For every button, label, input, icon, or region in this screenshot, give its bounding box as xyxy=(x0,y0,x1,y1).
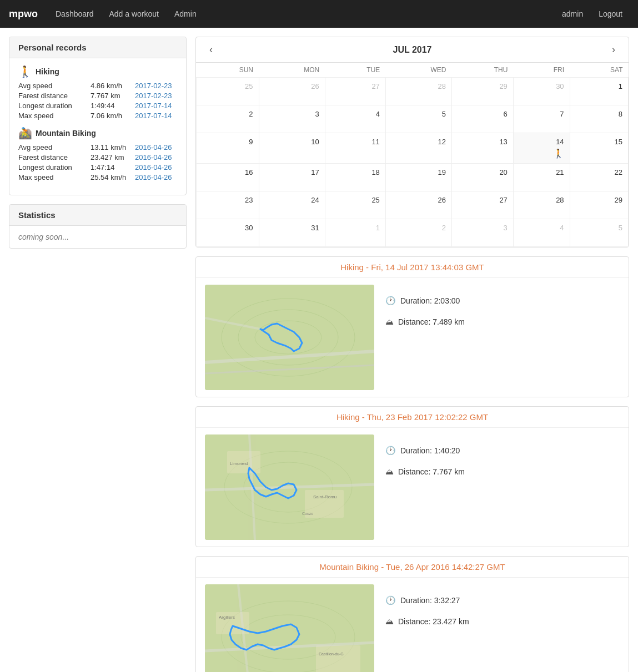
workout-3-stats: 🕐 Duration: 3:32:27 ⛰ Distance: 23.427 k… xyxy=(385,584,620,637)
calendar-next-button[interactable]: › xyxy=(607,42,620,58)
calendar-cell: 22 xyxy=(570,164,628,191)
biking-farest-dist-link[interactable]: 2016-04-26 xyxy=(135,153,172,161)
workout-2-header: Hiking - Thu, 23 Feb 2017 12:02:22 GMT xyxy=(196,407,629,428)
hiking-farest-dist-link[interactable]: 2017-02-23 xyxy=(135,92,172,100)
statistics-title: Statistics xyxy=(9,205,186,226)
cal-header-wed: WED xyxy=(385,63,451,78)
hiking-longest-dur-link[interactable]: 2017-07-14 xyxy=(135,102,172,110)
navbar: mpwo Dashboard Add a workout Admin admin… xyxy=(0,0,638,28)
calendar-cell: 21 xyxy=(513,164,570,191)
hiking-max-speed-link[interactable]: 2017-07-14 xyxy=(135,112,172,120)
calendar-cell: 23 xyxy=(197,191,259,219)
nav-admin[interactable]: Admin xyxy=(168,5,203,23)
navbar-brand[interactable]: mpwo xyxy=(9,8,38,20)
calendar-cell[interactable]: 14🚶 xyxy=(513,133,570,164)
svg-text:Castillon-du-G: Castillon-du-G xyxy=(319,652,344,656)
calendar-cell: 1 xyxy=(325,219,385,247)
biking-avg-speed: Avg speed 13.11 km/h 2016-04-26 xyxy=(18,143,177,151)
calendar-week-1: 2345678 xyxy=(197,105,629,133)
statistics-body: coming soon... xyxy=(9,226,186,248)
biking-section: 🚵 Mountain Biking Avg speed 13.11 km/h 2… xyxy=(18,127,177,181)
biking-longest-dur-link[interactable]: 2016-04-26 xyxy=(135,163,172,171)
calendar-cell: 25 xyxy=(197,78,259,105)
workout-1-map xyxy=(205,285,374,390)
calendar-cell: 20 xyxy=(451,164,513,191)
calendar-cell: 13 xyxy=(451,133,513,164)
biking-max-speed: Max speed 25.54 km/h 2016-04-26 xyxy=(18,173,177,181)
biking-longest-dur: Longest duration 1:47:14 2016-04-26 xyxy=(18,163,177,171)
workout-1-stats: 🕐 Duration: 2:03:00 ⛰ Distance: 7.489 km xyxy=(385,285,620,337)
svg-rect-0 xyxy=(205,285,374,390)
calendar-cell: 28 xyxy=(513,191,570,219)
workout-2-map: Limonest Saint-Romu Couzo xyxy=(205,434,374,540)
sidebar: Personal records 🚶 Hiking Avg speed 4.86… xyxy=(9,37,187,257)
mountain-icon-2: ⛰ xyxy=(385,467,394,476)
biking-avg-speed-link[interactable]: 2016-04-26 xyxy=(135,143,172,151)
calendar-cell: 15 xyxy=(570,133,628,164)
hiking-longest-dur: Longest duration 1:49:44 2017-07-14 xyxy=(18,102,177,110)
biking-title: 🚵 Mountain Biking xyxy=(18,127,177,140)
calendar-cell: 2 xyxy=(385,219,451,247)
svg-text:Saint-Romu: Saint-Romu xyxy=(313,494,336,499)
hiking-title: 🚶 Hiking xyxy=(18,65,177,78)
calendar-cell: 8 xyxy=(570,105,628,133)
calendar-cell: 11 xyxy=(325,133,385,164)
mountain-icon-1: ⛰ xyxy=(385,317,394,326)
cal-header-tue: TUE xyxy=(325,63,385,78)
calendar-cell: 1 xyxy=(570,78,628,105)
calendar-week-5: 303112345 xyxy=(197,219,629,247)
right-content: ‹ JUL 2017 › SUN MON TUE WED THU FRI SAT xyxy=(195,37,629,672)
svg-text:Limonest: Limonest xyxy=(230,461,248,466)
calendar-header: ‹ JUL 2017 › xyxy=(196,37,629,63)
calendar-cell: 26 xyxy=(385,191,451,219)
hiking-avg-speed-link[interactable]: 2017-02-23 xyxy=(135,82,172,90)
nav-logout[interactable]: Logout xyxy=(592,5,629,23)
calendar-cell: 7 xyxy=(513,105,570,133)
hiking-section: 🚶 Hiking Avg speed 4.86 km/h 2017-02-23 … xyxy=(18,65,177,120)
calendar-week-4: 23242526272829 xyxy=(197,191,629,219)
navbar-right: admin Logout xyxy=(555,5,629,23)
workout-1-header: Hiking - Fri, 14 Jul 2017 13:44:03 GMT xyxy=(196,257,629,278)
calendar-prev-button[interactable]: ‹ xyxy=(205,42,217,58)
calendar-cell: 3 xyxy=(259,105,325,133)
workout-3-body: Argiliers Castillon-du-G Vers-Pont-du-Ga… xyxy=(196,578,629,672)
main-container: Personal records 🚶 Hiking Avg speed 4.86… xyxy=(0,28,638,672)
workout-3-distance: ⛰ Distance: 23.427 km xyxy=(385,617,620,626)
workout-1-distance: ⛰ Distance: 7.489 km xyxy=(385,317,620,326)
cal-header-sun: SUN xyxy=(197,63,259,78)
calendar-table: SUN MON TUE WED THU FRI SAT 252627282930… xyxy=(196,63,629,247)
nav-dashboard[interactable]: Dashboard xyxy=(49,5,101,23)
workout-1-body: 🕐 Duration: 2:03:00 ⛰ Distance: 7.489 km xyxy=(196,278,629,397)
clock-icon-3: 🕐 xyxy=(385,595,396,605)
hiking-avg-speed: Avg speed 4.86 km/h 2017-02-23 xyxy=(18,82,177,90)
workout-card-3: Mountain Biking - Tue, 26 Apr 2016 14:42… xyxy=(195,556,629,672)
workout-2-link[interactable]: Hiking - Thu, 23 Feb 2017 12:02:22 GMT xyxy=(336,412,488,422)
workout-2-body: Limonest Saint-Romu Couzo 🕐 Duration: 1:… xyxy=(196,428,629,547)
calendar-cell: 26 xyxy=(259,78,325,105)
personal-records-title: Personal records xyxy=(9,37,186,58)
biking-icon: 🚵 xyxy=(18,127,32,140)
clock-icon-2: 🕐 xyxy=(385,446,396,456)
calendar-cell: 28 xyxy=(385,78,451,105)
personal-records-card: Personal records 🚶 Hiking Avg speed 4.86… xyxy=(9,37,187,195)
workout-card-2: Hiking - Thu, 23 Feb 2017 12:02:22 GMT xyxy=(195,406,629,547)
workout-2-distance: ⛰ Distance: 7.767 km xyxy=(385,467,620,476)
workout-card-1: Hiking - Fri, 14 Jul 2017 13:44:03 GMT xyxy=(195,256,629,397)
workout-3-map: Argiliers Castillon-du-G Vers-Pont-du-Ga… xyxy=(205,584,374,672)
svg-rect-21 xyxy=(316,645,360,672)
calendar-cell: 4 xyxy=(513,219,570,247)
workout-1-duration: 🕐 Duration: 2:03:00 xyxy=(385,296,620,306)
calendar-header-row: SUN MON TUE WED THU FRI SAT xyxy=(197,63,629,78)
nav-add-workout[interactable]: Add a workout xyxy=(103,5,166,23)
workout-1-link[interactable]: Hiking - Fri, 14 Jul 2017 13:44:03 GMT xyxy=(340,262,484,272)
navbar-links: Dashboard Add a workout Admin xyxy=(49,5,555,23)
workout-2-stats: 🕐 Duration: 1:40:20 ⛰ Distance: 7.767 km xyxy=(385,434,620,487)
workout-3-link[interactable]: Mountain Biking - Tue, 26 Apr 2016 14:42… xyxy=(319,562,505,572)
calendar-cell: 17 xyxy=(259,164,325,191)
calendar-cell: 27 xyxy=(451,191,513,219)
personal-records-body: 🚶 Hiking Avg speed 4.86 km/h 2017-02-23 … xyxy=(9,58,186,195)
nav-admin-user[interactable]: admin xyxy=(555,5,590,23)
statistics-card: Statistics coming soon... xyxy=(9,204,187,249)
calendar-cell: 31 xyxy=(259,219,325,247)
biking-max-speed-link[interactable]: 2016-04-26 xyxy=(135,173,172,181)
